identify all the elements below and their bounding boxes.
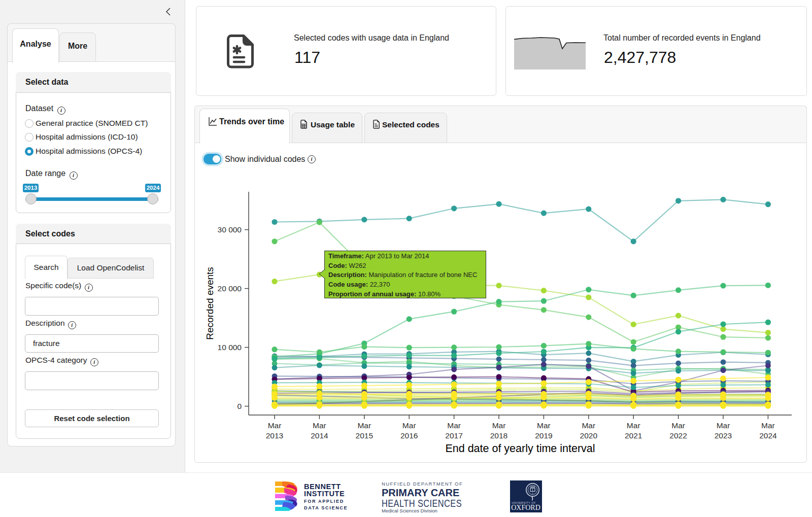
svg-text:Mar: Mar <box>447 421 461 430</box>
svg-text:30 000: 30 000 <box>218 225 242 234</box>
svg-text:Mar: Mar <box>537 421 551 430</box>
svg-text:2018: 2018 <box>490 431 507 440</box>
svg-text:2019: 2019 <box>535 431 552 440</box>
svg-text:Mar: Mar <box>402 421 416 430</box>
svg-text:Mar: Mar <box>627 421 640 430</box>
svg-text:Mar: Mar <box>761 421 775 430</box>
svg-text:10 000: 10 000 <box>218 343 242 352</box>
svg-text:Mar: Mar <box>357 421 371 430</box>
svg-text:Mar: Mar <box>268 421 282 430</box>
svg-text:2013: 2013 <box>266 431 283 440</box>
svg-text:2022: 2022 <box>669 431 687 440</box>
svg-text:2021: 2021 <box>625 431 642 440</box>
svg-text:2016: 2016 <box>400 431 418 440</box>
svg-text:End date of yearly time interv: End date of yearly time interval <box>445 442 595 455</box>
svg-text:Mar: Mar <box>582 421 595 430</box>
svg-text:2017: 2017 <box>445 431 462 440</box>
svg-text:Mar: Mar <box>671 421 685 430</box>
svg-text:0: 0 <box>237 402 242 410</box>
svg-text:OXFORD: OXFORD <box>511 504 540 511</box>
svg-text:2024: 2024 <box>759 431 777 440</box>
svg-text:Recorded events: Recorded events <box>205 267 215 340</box>
svg-text:Mar: Mar <box>717 421 730 430</box>
svg-text:2020: 2020 <box>580 431 598 440</box>
svg-text:Mar: Mar <box>492 421 506 430</box>
svg-text:Mar: Mar <box>313 421 326 430</box>
svg-text:20 000: 20 000 <box>218 284 242 293</box>
svg-text:2023: 2023 <box>715 431 732 440</box>
svg-text:2015: 2015 <box>356 431 373 440</box>
svg-text:2014: 2014 <box>311 431 328 440</box>
